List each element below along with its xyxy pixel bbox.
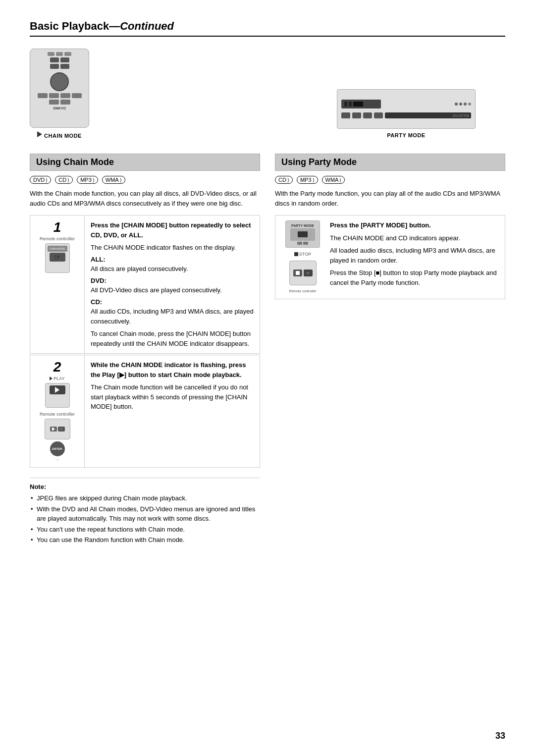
wma-badge-party: WMA [322, 176, 345, 184]
cd-badge-party: CD [275, 176, 293, 184]
party-mode-device-label: PARTY MODE [291, 224, 314, 227]
party-mode-image-label: PARTY MODE [387, 132, 425, 138]
notes-section: Note: JPEG files are skipped during Chai… [30, 478, 260, 545]
notes-title: Note: [30, 483, 260, 490]
page-number: 33 [495, 731, 505, 741]
mp3-badge-party: MP3 [297, 176, 318, 184]
notes-list: JPEG files are skipped during Chain mode… [30, 493, 260, 545]
remote-controller-image: ONKYO [30, 49, 89, 128]
top-images-row: ONKYO CHAIN MODE [30, 49, 505, 139]
step2-body: The Chain mode function will be cancelle… [91, 382, 254, 412]
step1-right: Press the [CHAIN MODE] button repeatedly… [85, 216, 260, 353]
dvd-badge: DVD [30, 176, 51, 184]
step1-left: 1 Remote controller CHAIN MODE ☞ [30, 216, 85, 353]
party-mode-description: With the Party mode function, you can pl… [275, 189, 505, 208]
party-mode-device-image: PARTY MODE [285, 220, 320, 248]
party-step-left: PARTY MODE STOP [280, 220, 325, 294]
page-title: Basic Playback—Continued [30, 20, 174, 32]
main-content: Using Chain Mode DVD CD MP3 WMA With the… [30, 154, 505, 546]
cd-badge: CD [55, 176, 73, 184]
party-mode-step: PARTY MODE STOP [275, 215, 505, 299]
cd-changer-image: DV-CP704 [337, 89, 476, 129]
wma-badge: WMA [102, 176, 125, 184]
step2-additional-remotes: ☞ ENTER ☞ [45, 419, 70, 462]
note-item-4: You can use the Random function with Cha… [30, 535, 260, 545]
step1-chain-mode-button: ☞ [50, 253, 65, 262]
page-container: Basic Playback—Continued [0, 0, 535, 576]
party-mode-format-badges: CD MP3 WMA [275, 176, 505, 184]
step2-hand-label: ☞ [56, 458, 59, 462]
page-header: Basic Playback—Continued [30, 20, 505, 37]
note-item-3: You can't use the repeat functions with … [30, 525, 260, 535]
party-stop-remote: ☞ [289, 261, 317, 285]
chain-mode-section-header: Using Chain Mode [30, 154, 260, 171]
party-remote-label: Remote controller [289, 289, 316, 293]
chain-mode-image-label: CHAIN MODE [44, 133, 82, 139]
chain-mode-step-1: 1 Remote controller CHAIN MODE ☞ Pre [30, 215, 260, 354]
party-mode-section-header: Using Party Mode [275, 154, 505, 171]
step2-left: 2 PLAY Remote controller [30, 355, 85, 467]
step2-right: While the CHAIN MODE indicator is flashi… [85, 355, 260, 467]
party-mode-device-image: DV-CP704 PARTY MODE [337, 89, 476, 139]
step1-mini-remote: CHAIN MODE ☞ [45, 243, 70, 273]
note-item-2: With the DVD and All Chain modes, DVD-Vi… [30, 504, 260, 524]
mp3-badge: MP3 [77, 176, 98, 184]
party-step-right: Press the [PARTY MODE] button. The CHAIN… [330, 220, 500, 294]
chain-mode-description: With the Chain mode function, you can pl… [30, 189, 260, 208]
party-mode-section: Using Party Mode CD MP3 WMA With the Par… [275, 154, 505, 546]
step1-body: The CHAIN MODE indicator flashes on the … [91, 243, 254, 348]
chain-mode-format-badges: DVD CD MP3 WMA [30, 176, 260, 184]
chain-mode-device-image: ONKYO CHAIN MODE [30, 49, 89, 139]
enter-button-image: ENTER [50, 441, 65, 456]
step2-mini-remote-play [45, 383, 70, 408]
chain-mode-step-2: 2 PLAY Remote controller [30, 355, 260, 468]
note-item-1: JPEG files are skipped during Chain mode… [30, 493, 260, 503]
brand-logo: ONKYO [53, 107, 66, 110]
chain-mode-section: Using Chain Mode DVD CD MP3 WMA With the… [30, 154, 260, 546]
